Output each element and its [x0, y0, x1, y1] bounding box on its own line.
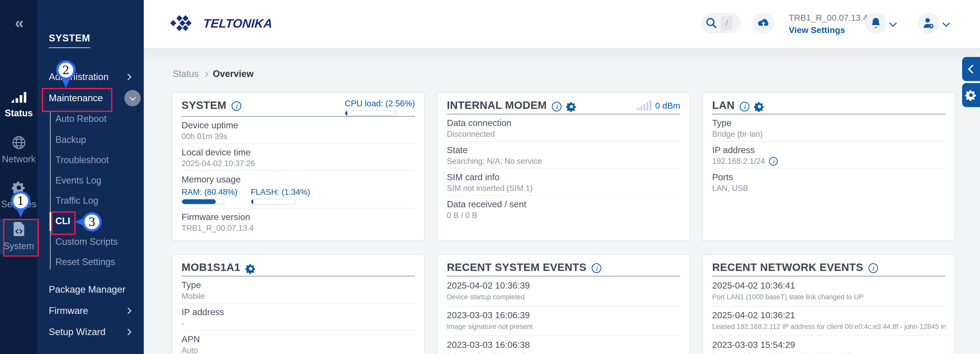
stat-label: Ports — [712, 172, 945, 182]
submenu-item-reset-settings[interactable]: Reset Settings — [56, 255, 115, 268]
info-icon[interactable]: i — [740, 102, 749, 112]
stat-label: Data connection — [447, 118, 680, 128]
submenu-label: Reset Settings — [56, 257, 115, 267]
card-title: LAN — [712, 99, 735, 112]
flash-meter-bar — [251, 199, 296, 204]
ip-info-icon[interactable]: i — [769, 157, 778, 166]
event-time: 2025-04-02 10:36:41 — [712, 281, 945, 290]
side-panel-expand-button[interactable] — [962, 57, 980, 81]
menu-item-setup-wizard[interactable]: Setup Wizard — [49, 325, 105, 339]
stat-value: Mobile — [181, 292, 415, 301]
event-text: Port LAN1 (1000 baseT) state link change… — [712, 293, 945, 301]
stat-value: SIM not inserted (SIM 1) — [447, 184, 680, 193]
card-recent-network-events: RECENT NETWORK EVENTS i 2025-04-02 10:36… — [702, 255, 955, 354]
menu-item-label: Package Manager — [49, 284, 126, 295]
annotation-pin-3: 3 — [82, 212, 102, 231]
stat-label: Local device time — [181, 147, 415, 157]
stat-label: Type — [712, 118, 945, 128]
device-firmware-name: TRB1_R_00.07.13.4 — [789, 13, 868, 22]
annotation-box-system — [3, 219, 39, 257]
stat-label: SIM card info — [447, 172, 680, 182]
breadcrumb: Status Overview — [173, 69, 253, 79]
gear-icon — [965, 89, 977, 101]
info-icon[interactable]: i — [592, 263, 601, 273]
event-time: 2023-03-03 15:54:29 — [712, 340, 945, 350]
gear-icon[interactable] — [245, 263, 256, 274]
rail-item-label: Network — [2, 154, 35, 164]
administration-chevron-right-icon — [125, 73, 131, 80]
rail-item-network[interactable]: Network — [0, 136, 38, 164]
teltonika-logo-mark — [170, 15, 201, 32]
breadcrumb-status[interactable]: Status — [173, 69, 199, 79]
maintenance-collapse-toggle[interactable] — [124, 90, 141, 106]
stat-row: Device uptime 00h 01m 39s — [181, 117, 415, 144]
stat-row: Data received / sent 0 B / 0 B — [447, 196, 680, 222]
ram-meter-bar — [181, 199, 224, 204]
info-icon[interactable]: i — [232, 101, 241, 111]
info-icon[interactable]: i — [552, 102, 562, 112]
cpu-load-bar — [345, 110, 397, 116]
teltonika-logo: TELTONIKA — [170, 15, 272, 32]
ram-meter-label[interactable]: RAM: (80.48%) — [181, 187, 237, 197]
menu-heading: SYSTEM — [49, 33, 90, 48]
gear-icon[interactable] — [566, 101, 577, 112]
gear-icon[interactable] — [754, 101, 765, 112]
submenu-item-troubleshoot[interactable]: Troubleshoot — [56, 154, 109, 166]
ram-meter-fill — [182, 199, 216, 204]
stat-label: Type — [181, 280, 415, 290]
setup-wizard-chevron-right-icon — [125, 329, 131, 335]
stat-label: APN — [181, 334, 415, 344]
submenu-label: Backup — [56, 134, 86, 145]
event-text: Leased 192.168.2.112 IP address for clie… — [712, 322, 945, 331]
user-menu-button[interactable] — [918, 12, 939, 34]
bell-icon — [870, 17, 882, 29]
event-row: 2025-04-02 10:36:21 Leased 192.168.2.112… — [712, 306, 945, 336]
card-internal-modem: INTERNAL MODEM i — [437, 92, 690, 241]
submenu-item-traffic-log[interactable]: Traffic Log — [56, 194, 98, 207]
submenu-item-backup[interactable]: Backup — [56, 134, 86, 146]
memory-usage-row: Memory usage RAM: (80.48%) FLASH: (1.34%… — [181, 171, 415, 209]
sidebar-collapse-button[interactable]: « — [0, 15, 38, 31]
menu-item-label: Setup Wizard — [49, 327, 105, 337]
event-text: Port speed for port 0 changed to 1000 ba… — [712, 352, 945, 354]
event-text: Request after FW upgrade — [447, 352, 680, 354]
view-settings-link[interactable]: View Settings — [789, 26, 868, 34]
stat-value: LAN, USB — [712, 184, 945, 193]
content-top-shade — [144, 48, 980, 66]
stat-value: Bridge (br-lan) — [712, 130, 945, 139]
breadcrumb-chevron-icon — [203, 71, 208, 77]
submenu-item-auto-reboot[interactable]: Auto Reboot — [56, 112, 107, 125]
notifications-chevron-down-icon[interactable] — [889, 19, 897, 27]
submenu-item-events-log[interactable]: Events Log — [56, 174, 101, 187]
flash-meter-label[interactable]: FLASH: (1.34%) — [251, 187, 310, 197]
cpu-load-link[interactable]: CPU load: (2.56%) — [345, 99, 415, 108]
notifications-button[interactable] — [865, 12, 886, 34]
submenu-item-custom-scripts[interactable]: Custom Scripts — [56, 235, 118, 248]
chevron-down-icon — [129, 94, 135, 100]
event-row: 2023-03-03 16:06:38 Request after FW upg… — [447, 336, 680, 354]
app-root: TELTONIKA / TRB1_R_00.07.13.4 View Setti… — [0, 0, 980, 354]
rail-item-status[interactable]: Status — [0, 91, 38, 119]
annotation-pin-label: 2 — [62, 64, 70, 77]
stat-value: TRB1_R_00.07.13.4 — [181, 224, 415, 233]
event-row: 2025-04-02 10:36:39 Device startup compl… — [447, 277, 680, 306]
submenu-guide-line — [50, 112, 51, 269]
cloud-upload-icon — [757, 16, 770, 30]
card-title: RECENT SYSTEM EVENTS — [447, 261, 587, 274]
stat-label: Data received / sent — [447, 199, 680, 209]
side-panel-settings-button[interactable] — [962, 83, 980, 107]
ram-meter: RAM: (80.48%) — [181, 187, 237, 204]
menu-item-package-manager[interactable]: Package Manager — [49, 283, 126, 296]
event-time: 2023-03-03 16:06:39 — [447, 310, 680, 320]
menu-item-firmware[interactable]: Firmware — [49, 304, 88, 317]
annotation-pin-label: 3 — [88, 215, 95, 228]
search-input[interactable]: / — [701, 13, 741, 33]
annotation-pin-1: 1 — [11, 191, 30, 210]
event-row: 2023-03-03 15:54:29 Port speed for port … — [712, 336, 945, 354]
info-icon[interactable]: i — [869, 263, 878, 273]
card-title: RECENT NETWORK EVENTS — [712, 261, 863, 274]
user-menu-chevron-down-icon[interactable] — [942, 19, 950, 27]
stat-row: Ports LAN, USB — [712, 169, 945, 195]
breadcrumb-overview: Overview — [213, 69, 253, 79]
cloud-sync-button[interactable] — [753, 12, 774, 34]
